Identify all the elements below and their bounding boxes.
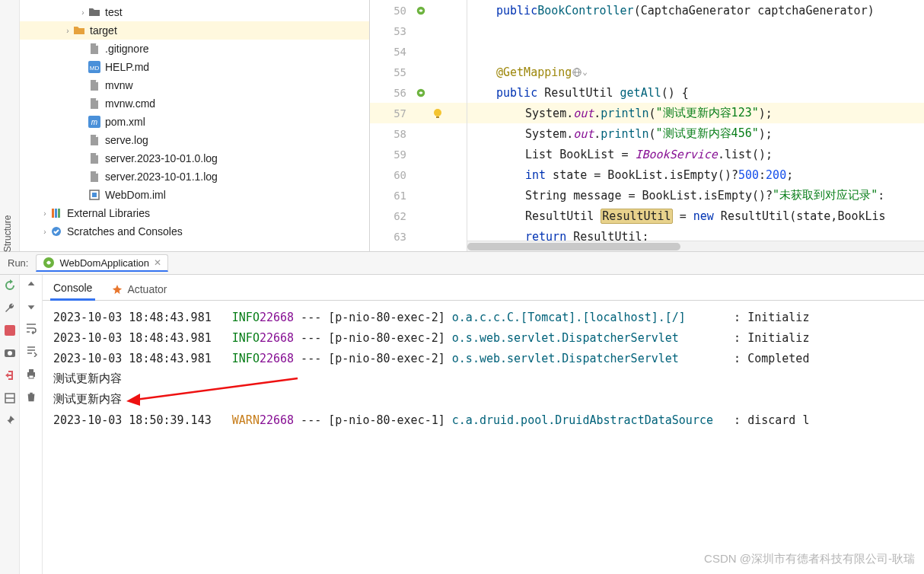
line-number[interactable]: 59: [370, 148, 413, 161]
line-number[interactable]: 62: [370, 210, 413, 222]
svg-rect-8: [58, 209, 60, 218]
close-icon[interactable]: ✕: [154, 257, 161, 268]
code-line[interactable]: String message = BookList.isEmpty()?"未获取…: [467, 185, 884, 206]
tree-item[interactable]: mvnw: [20, 76, 369, 94]
tree-item-label: test: [105, 6, 123, 18]
line-number[interactable]: 57: [370, 107, 413, 120]
print-icon[interactable]: [25, 368, 37, 380]
tree-item[interactable]: mvnw.cmd: [20, 94, 369, 113]
tab-console[interactable]: Console: [50, 277, 95, 301]
line-number[interactable]: 61: [370, 190, 413, 202]
folder-icon: [88, 6, 100, 18]
tree-item[interactable]: mpom.xml: [20, 113, 369, 131]
code-line[interactable]: ResultUtil ResultUtil = new ResultUtil(s…: [467, 206, 886, 226]
layout-icon[interactable]: [4, 392, 16, 404]
log-line[interactable]: 2023-10-03 18:48:43.981 INFO 22668 --- […: [53, 348, 924, 368]
svg-rect-7: [55, 209, 57, 218]
tree-item-label: server.2023-10-01.1.log: [105, 171, 218, 183]
line-number[interactable]: 50: [370, 5, 413, 17]
tree-item-label: mvnw.cmd: [105, 97, 155, 110]
exit-icon[interactable]: [4, 369, 16, 381]
console-output[interactable]: 2023-10-03 18:48:43.981 INFO 22668 --- […: [43, 301, 924, 574]
line-number[interactable]: 54: [370, 46, 413, 58]
code-line[interactable]: System.out.println("测试更新内容456");: [467, 123, 773, 144]
log-line[interactable]: 测试更新内容: [53, 368, 924, 389]
tree-item-label: Scratches and Consoles: [67, 225, 183, 238]
code-line[interactable]: public BookController(CaptchaGenerator c…: [467, 0, 875, 21]
spring-gutter-icon[interactable]: [416, 88, 426, 98]
code-line[interactable]: @GetMapping ⌄: [467, 62, 588, 82]
line-number[interactable]: 60: [370, 169, 413, 181]
scroll-thumb[interactable]: [467, 243, 680, 250]
chevron-icon[interactable]: ›: [78, 8, 88, 17]
spring-gutter-icon[interactable]: [416, 5, 426, 16]
log-line[interactable]: 测试更新内容: [53, 389, 924, 410]
folder-open-icon: [73, 24, 85, 37]
wrap-icon[interactable]: [25, 322, 37, 334]
project-tree[interactable]: ›test›target.gitignoreMDHELP.mdmvnwmvnw.…: [0, 0, 370, 251]
trash-icon[interactable]: [26, 391, 37, 403]
code-line[interactable]: public ResultUtil getAll() {: [467, 82, 689, 103]
tab-actuator[interactable]: Actuator: [109, 279, 170, 300]
pin-icon[interactable]: [5, 415, 15, 426]
editor-h-scroll[interactable]: [467, 241, 924, 251]
line-number[interactable]: 53: [370, 25, 413, 37]
wrench-icon[interactable]: [4, 302, 16, 314]
run-toolbar: Run: WebDomApplication ✕: [0, 251, 924, 274]
tree-item[interactable]: server.2023-10-01.1.log: [20, 167, 369, 186]
svg-text:MD: MD: [90, 65, 100, 72]
spring-icon: [43, 257, 55, 269]
chevron-icon[interactable]: ›: [40, 209, 50, 218]
tree-item[interactable]: serve.log: [20, 131, 369, 149]
camera-icon[interactable]: [4, 346, 16, 359]
tree-item[interactable]: .gitignore: [20, 40, 369, 58]
line-number[interactable]: 56: [370, 87, 413, 99]
svg-rect-5: [92, 193, 97, 197]
tree-item[interactable]: ›Scratches and Consoles: [20, 222, 369, 241]
tree-item[interactable]: WebDom.iml: [20, 186, 369, 204]
tree-item-label: pom.xml: [105, 116, 145, 128]
tree-item[interactable]: ›test: [20, 3, 369, 21]
svg-point-12: [434, 109, 441, 116]
globe-icon[interactable]: [572, 67, 582, 78]
lib-icon: [50, 207, 62, 219]
tree-item[interactable]: MDHELP.md: [20, 58, 369, 76]
line-number[interactable]: 63: [370, 231, 413, 243]
up-icon[interactable]: [26, 279, 37, 290]
run-config-tab[interactable]: WebDomApplication ✕: [36, 254, 168, 272]
console-tabs: Console Actuator: [43, 275, 924, 301]
down-icon[interactable]: [26, 301, 37, 311]
editor-gutter[interactable]: 505354555657585960616263: [370, 0, 467, 251]
scroll-end-icon[interactable]: [25, 345, 37, 357]
log-line[interactable]: 2023-10-03 18:48:43.981 INFO 22668 --- […: [53, 327, 924, 348]
code-line[interactable]: System.out.println("测试更新内容123");: [467, 103, 773, 123]
tree-item[interactable]: ›target: [20, 21, 369, 40]
run-config-name: WebDomApplication: [59, 257, 149, 269]
tree-item-label: .gitignore: [105, 43, 149, 55]
code-line[interactable]: int state = BookList.isEmpty()?500:200;: [467, 164, 793, 185]
editor-code-area[interactable]: public BookController(CaptchaGenerator c…: [467, 0, 924, 251]
run-actions-rail: [0, 275, 20, 574]
tree-item[interactable]: ›External Libraries: [20, 204, 369, 222]
bulb-icon[interactable]: [432, 107, 444, 120]
file-icon: [88, 43, 100, 55]
tree-item-label: serve.log: [105, 134, 148, 146]
code-line[interactable]: List BookList = IBookService.list();: [467, 144, 773, 164]
stop-button[interactable]: [5, 325, 15, 336]
console-actions-rail: [20, 275, 43, 574]
log-line[interactable]: 2023-10-03 18:48:43.981 INFO 22668 --- […: [53, 307, 924, 327]
log-line[interactable]: 2023-10-03 18:50:39.143 WARN 22668 --- […: [53, 410, 924, 430]
code-editor[interactable]: 505354555657585960616263 public BookCont…: [370, 0, 924, 251]
chevron-icon[interactable]: ›: [62, 27, 73, 35]
line-number[interactable]: 55: [370, 66, 413, 78]
tree-item-label: WebDom.iml: [105, 189, 166, 201]
chevron-icon[interactable]: ›: [40, 228, 50, 236]
tree-item[interactable]: server.2023-10-01.0.log: [20, 149, 369, 167]
rerun-icon[interactable]: [4, 279, 16, 292]
svg-text:m: m: [91, 118, 97, 126]
iml-icon: [88, 189, 100, 201]
svg-point-19: [8, 351, 12, 356]
svg-rect-13: [436, 116, 439, 118]
line-number[interactable]: 58: [370, 128, 413, 140]
file-icon: [88, 97, 100, 110]
